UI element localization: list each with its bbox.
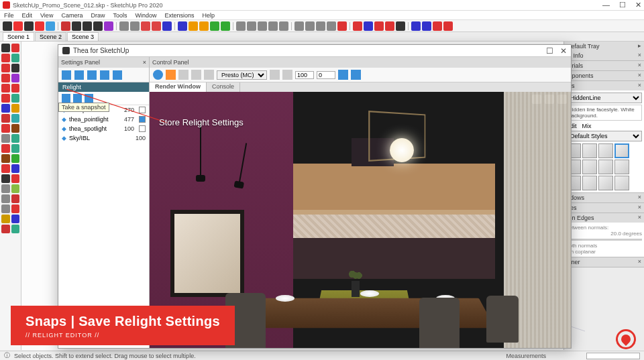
tool-icon[interactable] (11, 194, 20, 203)
scene-tab[interactable]: Scene 1 (3, 32, 34, 41)
engine-select[interactable]: Presto (MC) (217, 70, 267, 80)
styles-tab-mix[interactable]: Mix (582, 123, 592, 129)
toolbar-icon[interactable] (141, 21, 150, 31)
tool-icon[interactable] (1, 94, 10, 103)
lock-icon[interactable] (204, 70, 214, 80)
tool-icon[interactable] (11, 164, 20, 173)
soften-slider[interactable] (566, 239, 642, 241)
toolbar-icon[interactable] (72, 21, 81, 31)
settings-toolbar-icon[interactable] (100, 70, 109, 80)
save-interval-input[interactable] (317, 71, 335, 79)
tool-icon[interactable] (11, 154, 20, 163)
measurements-input[interactable] (586, 353, 640, 359)
style-thumb[interactable] (582, 160, 597, 174)
tool-icon[interactable] (1, 215, 10, 223)
toolbar-icon[interactable] (305, 21, 315, 31)
menu-tools[interactable]: Tools (113, 12, 127, 19)
toolbar-icon[interactable] (396, 21, 405, 31)
time-limit-input[interactable] (295, 71, 314, 79)
tool-icon[interactable] (1, 104, 10, 113)
toolbar-icon[interactable] (119, 21, 129, 31)
tray-scenes[interactable]: nes× (564, 203, 644, 213)
settings-toolbar-icon[interactable] (113, 70, 122, 80)
tool-icon[interactable] (11, 84, 20, 93)
menu-help[interactable]: Help (202, 12, 215, 19)
toolbar-icon[interactable] (236, 21, 246, 31)
tool-icon[interactable] (11, 74, 20, 82)
menu-view[interactable]: View (40, 12, 53, 19)
snapshot-icon[interactable] (85, 94, 93, 103)
thea-close-button[interactable]: ✕ (560, 46, 567, 56)
tab-console[interactable]: Console (207, 82, 240, 92)
render-stop-icon[interactable] (166, 70, 176, 80)
toolbar-icon[interactable] (316, 21, 325, 31)
close-button[interactable]: ✕ (635, 1, 641, 9)
tool-icon[interactable] (11, 104, 20, 113)
toolbar-icon[interactable] (178, 21, 187, 31)
tool-icon[interactable] (11, 225, 20, 233)
style-thumb[interactable] (614, 160, 629, 174)
tool-icon[interactable] (11, 64, 20, 72)
toolbar-icon[interactable] (443, 21, 453, 31)
menu-draw[interactable]: Draw (91, 12, 105, 19)
tool-icon[interactable] (11, 44, 20, 52)
tool-icon[interactable] (1, 134, 10, 143)
tray-title[interactable]: Default Tray▸ (564, 42, 644, 51)
tool-icon[interactable] (1, 225, 10, 233)
toolbar-icon[interactable] (3, 21, 12, 31)
toolbar-icon[interactable] (13, 21, 23, 31)
style-thumb[interactable] (614, 176, 629, 190)
tool-icon[interactable] (1, 154, 10, 163)
menu-file[interactable]: File (4, 12, 14, 19)
tool-icon[interactable] (11, 174, 20, 183)
thea-maximize-button[interactable]: ☐ (546, 46, 553, 56)
toolbar-icon[interactable] (104, 21, 113, 31)
folder-icon[interactable] (338, 70, 348, 80)
toolbar-icon[interactable] (93, 21, 103, 31)
toolbar-icon[interactable] (35, 21, 44, 31)
chart-icon[interactable] (282, 70, 292, 80)
save-image-icon[interactable] (351, 70, 361, 80)
toolbar-icon[interactable] (337, 21, 347, 31)
menu-camera[interactable]: Camera (61, 12, 83, 19)
toolbar-icon[interactable] (411, 21, 421, 31)
tool-icon[interactable] (11, 144, 20, 153)
tool-icon[interactable] (1, 114, 10, 123)
minimize-button[interactable]: — (602, 1, 610, 9)
toolbar-icon[interactable] (24, 21, 34, 31)
tool-icon[interactable] (1, 84, 10, 93)
relight-icon[interactable] (73, 94, 82, 103)
region-icon[interactable] (191, 70, 201, 80)
tool-icon[interactable] (1, 184, 10, 193)
settings-toolbar-icon[interactable] (62, 70, 71, 80)
tray-entity-info[interactable]: ty Info× (564, 51, 644, 60)
tool-icon[interactable] (11, 204, 20, 213)
tray-outliner[interactable]: tliner× (564, 257, 644, 267)
smooth-normals-checkbox[interactable]: ooth normals (566, 243, 642, 249)
tray-soften-edges[interactable]: ten Edges× (564, 213, 644, 223)
settings-toolbar-icon[interactable] (74, 70, 84, 80)
light-row[interactable]: ◆thea_pointlight477 (58, 115, 149, 124)
tool-icon[interactable] (1, 124, 10, 133)
style-name-select[interactable]: HiddenLine (566, 93, 642, 103)
menu-edit[interactable]: Edit (22, 12, 33, 19)
tool-icon[interactable] (1, 44, 10, 52)
relight-section-header[interactable]: Relight (58, 82, 149, 92)
toolbar-icon[interactable] (258, 21, 267, 31)
light-color-swatch[interactable] (139, 125, 146, 132)
toolbar-icon[interactable] (268, 21, 278, 31)
tool-icon[interactable] (1, 194, 10, 203)
settings-toolbar-icon[interactable] (87, 70, 97, 80)
style-thumb[interactable] (582, 143, 597, 158)
tool-icon[interactable] (11, 215, 20, 223)
menu-window[interactable]: Window (135, 12, 156, 19)
tool-icon[interactable] (1, 64, 10, 72)
sync-icon[interactable] (270, 70, 280, 80)
tool-icon[interactable] (11, 124, 20, 133)
toolbar-icon[interactable] (130, 21, 140, 31)
toolbar-icon[interactable] (294, 21, 304, 31)
toolbar-icon[interactable] (162, 21, 172, 31)
tab-render-window[interactable]: Render Window (150, 82, 207, 92)
tool-icon[interactable] (1, 54, 10, 62)
style-collection-select[interactable]: Default Styles (566, 131, 642, 141)
